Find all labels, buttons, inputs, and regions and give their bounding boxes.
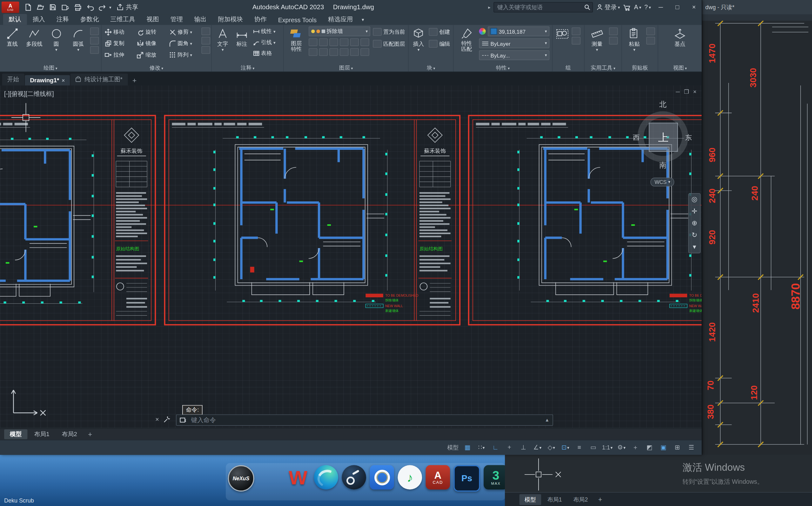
bg-tab-model[interactable]: 模型: [520, 494, 541, 505]
search-box[interactable]: [493, 2, 593, 13]
panel-modify-label[interactable]: 修改▾: [102, 63, 211, 72]
fillet-button[interactable]: 圆角▾: [168, 39, 200, 48]
move-button[interactable]: 移动: [103, 28, 136, 36]
tab-parametric[interactable]: 参数化: [75, 14, 105, 25]
copy-clip-icon[interactable]: [646, 37, 655, 45]
3dsmax-dock-icon[interactable]: 3 MAX: [484, 465, 508, 490]
new-file-icon[interactable]: [22, 2, 34, 13]
hardware-acceleration-icon[interactable]: ▣: [657, 442, 669, 453]
plot-icon[interactable]: [72, 2, 84, 13]
windows-dock-icon[interactable]: [258, 465, 282, 490]
cut-icon[interactable]: [646, 27, 655, 35]
tab-addins[interactable]: 附加模块: [212, 14, 249, 25]
panel-clipboard-label[interactable]: 剪贴板: [622, 63, 658, 72]
polar-tracking-icon[interactable]: ∠▾: [531, 442, 544, 453]
paste-button[interactable]: 粘贴▾: [624, 26, 645, 53]
search-flyout-icon[interactable]: ▸: [488, 5, 490, 10]
redo-icon[interactable]: [97, 2, 108, 13]
ungroup-icon[interactable]: [571, 27, 580, 35]
isometric-drafting-icon[interactable]: ◇▾: [545, 442, 558, 453]
save-as-icon[interactable]: [60, 2, 71, 13]
viewport-minimize-icon[interactable]: ─: [676, 89, 680, 95]
layer-tool-icon-10[interactable]: [340, 48, 348, 56]
layer-tool-icon-5[interactable]: [350, 38, 359, 46]
new-layout-icon[interactable]: +: [84, 429, 96, 439]
layer-tool-icon-7[interactable]: [308, 48, 317, 56]
viewcube-north[interactable]: 北: [633, 100, 693, 109]
open-file-icon[interactable]: [34, 2, 46, 13]
tab-view[interactable]: 视图: [141, 14, 165, 25]
lineweight-dropdown[interactable]: ByLayer ▾: [479, 38, 550, 48]
explode-tool-icon[interactable]: [201, 37, 210, 45]
zoom-icon[interactable]: ⊕: [692, 220, 697, 227]
command-input[interactable]: [190, 416, 541, 424]
viewcube-east[interactable]: 东: [685, 133, 692, 142]
viewport-controls[interactable]: [-][俯视][二维线框]: [4, 90, 54, 98]
edit-block-button[interactable]: 编辑: [428, 39, 451, 48]
array-button[interactable]: 阵列▾: [168, 51, 200, 59]
grid-toggle-icon[interactable]: ▦: [461, 442, 473, 453]
layout-tab-model[interactable]: 模型: [4, 429, 27, 439]
ellipse-tool-icon[interactable]: [90, 37, 99, 45]
text-button[interactable]: 文字▾: [214, 26, 231, 53]
new-drawing-icon[interactable]: +: [128, 75, 141, 85]
layer-tool-icon-1[interactable]: [308, 38, 317, 46]
layer-tool-icon-11[interactable]: [350, 48, 359, 56]
viewport-restore-icon[interactable]: ❐: [684, 89, 689, 95]
mirror-button[interactable]: 镜像: [136, 39, 168, 48]
command-settings-icon[interactable]: [163, 416, 170, 423]
rectangle-tool-icon[interactable]: [90, 27, 99, 35]
autocad-app-logo[interactable]: A CAD: [2, 2, 19, 13]
layer-tool-icon-4[interactable]: [340, 38, 348, 46]
polyline-button[interactable]: 多段线: [24, 26, 44, 48]
cart-icon[interactable]: [623, 3, 631, 11]
circle-button[interactable]: 圆▾: [46, 26, 66, 53]
selection-cycling-icon[interactable]: ▭: [587, 442, 600, 453]
tab-insert[interactable]: 插入: [27, 14, 51, 25]
layer-tool-icon-9[interactable]: [329, 48, 338, 56]
tab-home[interactable]: 默认: [3, 14, 27, 25]
workspace-switching-icon[interactable]: ⚙▾: [615, 442, 628, 453]
signin-button[interactable]: 登录 ▾: [596, 3, 620, 12]
snap-mode-icon[interactable]: ∷▾: [475, 442, 487, 453]
search-input[interactable]: [497, 3, 584, 11]
search-icon[interactable]: [584, 4, 591, 10]
tab-3d-tools[interactable]: 三维工具: [104, 14, 141, 25]
panel-utilities-label[interactable]: 实用工具▾: [584, 63, 622, 72]
object-snap-icon[interactable]: ⊡▾: [559, 442, 571, 453]
match-layer-button[interactable]: 匹配图层: [372, 39, 406, 48]
layout-tab-2[interactable]: 布局2: [56, 429, 83, 439]
layer-properties-button[interactable]: 图层特性: [286, 26, 307, 52]
qq-music-dock-icon[interactable]: ♪: [397, 465, 422, 490]
panel-annotation-label[interactable]: 注释▾: [212, 63, 283, 72]
layer-tool-icon-3[interactable]: [329, 38, 338, 46]
drawing-canvas[interactable]: 蘇禾装饰 原始结构图: [0, 85, 702, 428]
viewcube-south[interactable]: 南: [633, 161, 693, 170]
line-button[interactable]: 直线: [2, 26, 22, 48]
stretch-button[interactable]: 拉伸: [103, 51, 136, 59]
insert-block-button[interactable]: 插入▾: [411, 26, 426, 53]
layout-tab-1[interactable]: 布局1: [28, 429, 55, 439]
annotation-scale-button[interactable]: 1:1▾: [601, 442, 614, 453]
clean-screen-icon[interactable]: ⊞: [671, 442, 684, 453]
command-close-icon[interactable]: ×: [155, 416, 159, 423]
id-point-icon[interactable]: [609, 37, 618, 45]
minimize-button[interactable]: ─: [654, 2, 667, 13]
file-tab-drawing1[interactable]: Drawing1* ×: [25, 75, 70, 85]
layer-tool-icon-2[interactable]: [319, 38, 328, 46]
tab-manage[interactable]: 管理: [165, 14, 189, 25]
set-current-layer-button[interactable]: 置为当前: [372, 27, 406, 36]
undo-icon[interactable]: [84, 2, 96, 13]
bg-tab-layout2[interactable]: 布局2: [568, 494, 593, 505]
linear-dim-button[interactable]: 线性▾: [252, 27, 277, 35]
color-wheel-icon[interactable]: [479, 28, 486, 34]
tab-output[interactable]: 输出: [189, 14, 212, 25]
orbit-icon[interactable]: ↻: [692, 232, 697, 239]
offset-tool-icon[interactable]: [201, 46, 210, 54]
customization-menu-icon[interactable]: ☰: [685, 442, 697, 453]
hatch-tool-icon[interactable]: [90, 46, 99, 54]
autodesk-apps-icon[interactable]: A ▾: [634, 3, 641, 11]
tab-featured-apps[interactable]: 精选应用: [322, 14, 359, 25]
annotation-monitor-icon[interactable]: ＋: [629, 442, 641, 453]
group-edit-icon[interactable]: [571, 37, 580, 45]
